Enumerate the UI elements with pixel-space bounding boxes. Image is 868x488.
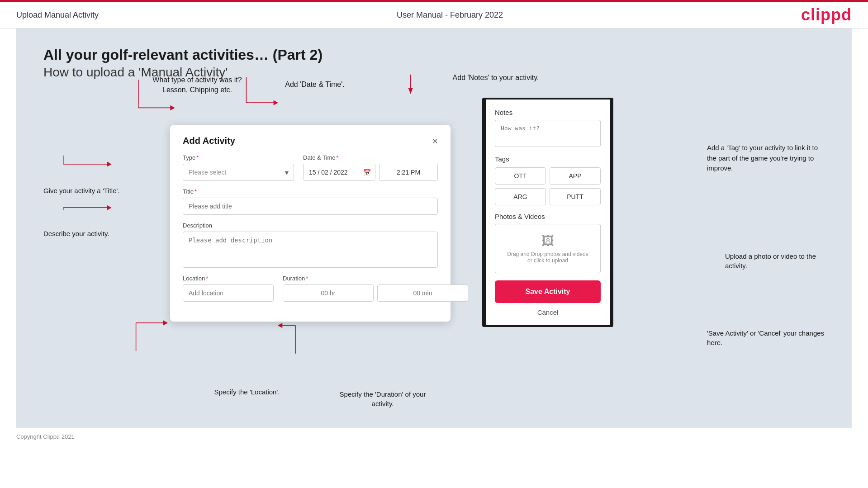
duration-hr-input[interactable] (283, 284, 374, 302)
photo-drop-text: Drag and Drop photos and videos or click… (504, 251, 591, 264)
content-row: Give your activity a 'Title'. Describe y… (43, 98, 825, 414)
svg-marker-19 (408, 88, 413, 94)
main-content: All your golf-relevant activities… (Part… (16, 28, 852, 428)
phone-panel: Notes Tags OTT APP ARG PUTT Photos & Vid… (482, 98, 613, 327)
annotation-activity-type: What type of activity was it? Lesson, Ch… (152, 75, 242, 95)
top-bar: Upload Manual Activity User Manual - Feb… (0, 0, 868, 28)
tag-app[interactable]: APP (550, 167, 601, 185)
photos-label: Photos & Videos (495, 213, 601, 220)
date-input-wrapper[interactable]: 📅 (303, 164, 375, 181)
title-label-field: Title* (183, 188, 438, 195)
date-time-inputs: 📅 (303, 164, 438, 181)
calendar-icon: 📅 (363, 169, 371, 176)
annotation-datetime: Add 'Date & Time'. (274, 80, 356, 90)
annotation-description: Describe your activity. (43, 229, 125, 238)
datetime-label: Date & Time* (303, 154, 438, 161)
type-label: Type* (183, 154, 294, 161)
tag-putt[interactable]: PUTT (550, 188, 601, 205)
annotation-notes: Add 'Notes' to your activity. (451, 73, 541, 83)
copyright: Copyright Clippd 2021 (16, 433, 75, 440)
center-area: What type of activity was it? Lesson, Ch… (143, 98, 437, 414)
description-label: Description (183, 222, 438, 229)
annotation-duration: Specify the 'Duration' of your activity. (333, 389, 432, 408)
tag-arg[interactable]: ARG (495, 188, 546, 205)
dialog-header: Add Activity × (183, 136, 438, 146)
notes-label: Notes (495, 109, 601, 116)
form-row-location-duration: Location* Duration* (183, 275, 438, 302)
location-group: Location* (183, 275, 274, 302)
location-label: Location* (183, 275, 274, 282)
title-input[interactable] (183, 198, 438, 215)
annotation-save-cancel: 'Save Activity' or 'Cancel' your changes… (707, 328, 825, 347)
page-heading: All your golf-relevant activities… (Part… (43, 47, 825, 63)
annotation-photo: Upload a photo or video to the activity. (725, 251, 825, 270)
logo: clippd (801, 5, 852, 24)
notes-textarea[interactable] (495, 120, 601, 147)
cancel-button[interactable]: Cancel (537, 308, 559, 316)
description-group: Description (183, 222, 438, 268)
location-input[interactable] (183, 284, 274, 302)
annotation-tags: Add a 'Tag' to your activity to link it … (707, 143, 825, 174)
save-activity-button[interactable]: Save Activity (495, 280, 601, 303)
description-textarea[interactable] (183, 232, 438, 268)
tags-label: Tags (495, 155, 601, 163)
annotation-title: Give your activity a 'Title'. (43, 186, 125, 195)
left-annotations: Give your activity a 'Title'. Describe y… (43, 98, 143, 414)
photo-icon: 🖼 (504, 233, 591, 248)
right-area: Add 'Notes' to your activity. Add a 'Tag… (437, 98, 825, 414)
time-input[interactable] (379, 164, 438, 181)
form-row-type-datetime: Type* Please select ▾ Date & Time* (183, 154, 438, 181)
tags-grid: OTT APP ARG PUTT (495, 167, 601, 205)
page-title: Upload Manual Activity (16, 10, 99, 20)
annotation-location: Specify the 'Location'. (202, 387, 292, 397)
type-select-wrapper[interactable]: Please select ▾ (183, 164, 294, 181)
datetime-group: Date & Time* 📅 (303, 154, 438, 181)
title-group: Title* (183, 188, 438, 215)
photo-drop-zone[interactable]: 🖼 Drag and Drop photos and videos or cli… (495, 224, 601, 273)
add-activity-dialog: Add Activity × Type* Please select ▾ (170, 125, 451, 322)
dialog-title: Add Activity (183, 136, 235, 146)
type-select[interactable]: Please select (183, 164, 294, 181)
type-group: Type* Please select ▾ (183, 154, 294, 181)
manual-title: User Manual - February 2022 (397, 10, 503, 20)
tag-ott[interactable]: OTT (495, 167, 546, 185)
footer: Copyright Clippd 2021 (0, 428, 868, 445)
